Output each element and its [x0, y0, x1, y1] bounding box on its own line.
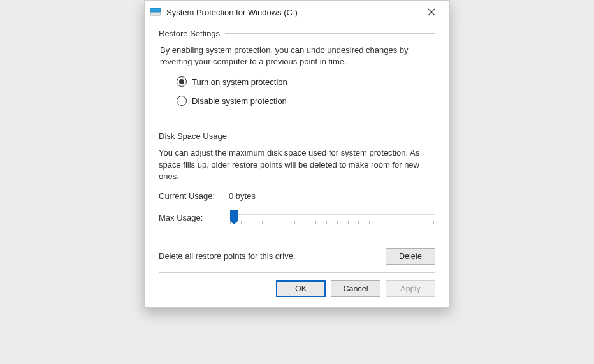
- divider: [225, 33, 435, 34]
- delete-description: Delete all restore points for this drive…: [159, 251, 386, 261]
- apply-button[interactable]: Apply: [386, 280, 435, 297]
- restore-heading-label: Restore Settings: [159, 29, 220, 38]
- divider: [232, 136, 435, 136]
- radio-disable[interactable]: Disable system protection: [177, 96, 435, 106]
- max-usage-label: Max Usage:: [159, 213, 229, 222]
- cancel-button[interactable]: Cancel: [331, 280, 380, 297]
- radio-on-label: Turn on system protection: [192, 77, 287, 87]
- disk-space-heading: Disk Space Usage: [159, 131, 435, 141]
- delete-row: Delete all restore points for this drive…: [159, 248, 435, 265]
- ok-button[interactable]: OK: [276, 280, 326, 297]
- close-button[interactable]: [419, 3, 444, 21]
- max-usage-row: Max Usage:: [159, 210, 435, 226]
- svg-rect-1: [150, 8, 161, 12]
- current-usage-row: Current Usage: 0 bytes: [159, 191, 435, 201]
- delete-button[interactable]: Delete: [386, 248, 435, 265]
- current-usage-label: Current Usage:: [159, 191, 229, 201]
- restore-settings-heading: Restore Settings: [159, 29, 435, 38]
- drive-icon: [150, 6, 161, 18]
- restore-description: By enabling system protection, you can u…: [160, 45, 435, 68]
- disk-description: You can adjust the maximum disk space us…: [159, 147, 435, 182]
- radio-icon: [177, 96, 187, 106]
- window-title: System Protection for Windows (C:): [166, 8, 419, 17]
- system-protection-dialog: System Protection for Windows (C:) Resto…: [144, 0, 450, 308]
- dialog-content: Restore Settings By enabling system prot…: [145, 24, 449, 307]
- footer-divider: [159, 272, 435, 273]
- disk-heading-label: Disk Space Usage: [159, 131, 227, 141]
- radio-icon: [177, 76, 187, 87]
- dialog-footer: OK Cancel Apply: [159, 280, 435, 298]
- slider-thumb[interactable]: [230, 210, 238, 221]
- radio-turn-on[interactable]: Turn on system protection: [177, 76, 435, 87]
- titlebar: System Protection for Windows (C:): [145, 1, 449, 24]
- radio-off-label: Disable system protection: [192, 96, 287, 106]
- restore-radio-group: Turn on system protection Disable system…: [177, 76, 435, 106]
- current-usage-value: 0 bytes: [229, 191, 256, 201]
- max-usage-slider[interactable]: [229, 210, 435, 226]
